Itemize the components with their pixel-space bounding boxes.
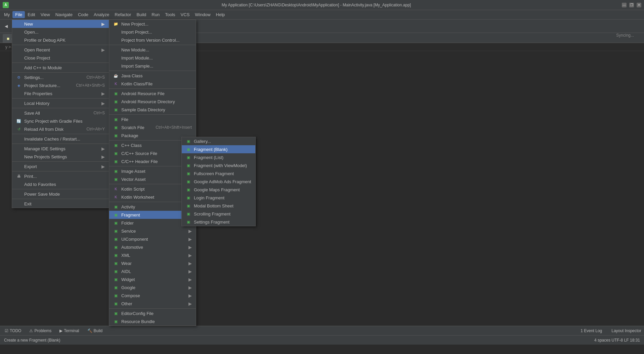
restore-button[interactable]: ❐: [629, 3, 634, 7]
new-new-module[interactable]: New Module...: [109, 46, 196, 54]
bottom-tab-todo[interactable]: ☑ TODO: [3, 328, 23, 334]
new-other[interactable]: ▣ Other ▶: [109, 300, 196, 308]
menu-analyze[interactable]: Analyze: [91, 11, 112, 18]
layout-inspector-button[interactable]: Layout Inspector: [611, 328, 641, 333]
google-icon: ▣: [113, 285, 119, 290]
file-icon: ▣: [113, 117, 119, 122]
file-menu-export[interactable]: Export ▶: [12, 162, 109, 170]
menu-navigate[interactable]: Navigate: [53, 11, 75, 18]
file-menu-add-favorites[interactable]: Add to Favorites: [12, 180, 109, 188]
file-menu-settings[interactable]: ⚙ Settings... Ctrl+Alt+S: [12, 73, 109, 81]
file-menu-local-history[interactable]: Local History ▶: [12, 99, 109, 107]
file-menu-power-save[interactable]: Power Save Mode: [12, 190, 109, 198]
new-uicomponent[interactable]: ▣ UiComponent ▶: [109, 235, 196, 243]
fragment-blank[interactable]: ▣ Fragment (Blank): [182, 145, 255, 153]
cpp-source-icon: ▣: [113, 151, 119, 156]
bottom-tab-terminal[interactable]: ▶ Terminal: [57, 328, 81, 334]
file-menu-new-projects-settings[interactable]: New Projects Settings ▶: [12, 153, 109, 161]
xml-icon: ◼: [7, 37, 9, 40]
fragment-scrolling[interactable]: ▣ Scrolling Fragment: [182, 210, 255, 218]
menu-my[interactable]: My: [1, 11, 12, 18]
fragment-gallery[interactable]: ▣ Gallery...: [182, 137, 255, 145]
new-wear[interactable]: ▣ Wear ▶: [109, 259, 196, 267]
menu-file[interactable]: File: [12, 11, 25, 18]
file-menu-profile-apk[interactable]: Profile or Debug APK: [12, 36, 109, 44]
file-menu-project-structure[interactable]: ◈ Project Structure... Ctrl+Alt+Shift+S: [12, 81, 109, 89]
window-controls[interactable]: — ❐ ✕: [622, 3, 641, 7]
new-android-resource-file[interactable]: ▣ Android Resource File: [109, 89, 196, 97]
file-menu-open-recent[interactable]: Open Recent ▶: [12, 46, 109, 54]
new-import-sample[interactable]: Import Sample...: [109, 62, 196, 70]
new-xml[interactable]: ▣ XML ▶: [109, 251, 196, 259]
file-menu-sync-gradle[interactable]: 🔄 Sync Project with Gradle Files: [12, 117, 109, 125]
window-title: My Application [C:\Users\ZHANG\Desktop\A…: [11, 3, 622, 7]
menu-refactor[interactable]: Refactor: [112, 11, 134, 18]
fragment-fullscreen[interactable]: ▣ Fullscreen Fragment: [182, 169, 255, 178]
new-aidl[interactable]: ▣ AIDL ▶: [109, 267, 196, 275]
file-menu-manage-ide[interactable]: Manage IDE Settings ▶: [12, 145, 109, 153]
fragment-modal-bottom[interactable]: ▣ Modal Bottom Sheet: [182, 202, 255, 210]
fragment-viewmodel[interactable]: ▣ Fragment (with ViewModel): [182, 161, 255, 169]
fragment-login[interactable]: ▣ Login Fragment: [182, 194, 255, 202]
resource-bundle-icon: ▣: [113, 319, 119, 324]
new-kotlin-class[interactable]: K Kotlin Class/File: [109, 80, 196, 88]
menu-vcs[interactable]: VCS: [178, 11, 192, 18]
menu-edit[interactable]: Edit: [25, 11, 38, 18]
terminal-label: Terminal: [64, 328, 79, 333]
file-menu-save-all[interactable]: Save All Ctrl+S: [12, 109, 109, 117]
bottom-tab-problems[interactable]: ⚠ Problems: [27, 328, 53, 334]
close-proj-icon: [16, 55, 22, 61]
new-file[interactable]: ▣ File: [109, 115, 196, 123]
sample-data-icon: ▣: [113, 107, 119, 112]
file-props-icon: [16, 91, 22, 96]
minimize-button[interactable]: —: [622, 3, 627, 7]
import-project-icon: [113, 29, 119, 35]
favorites-icon: [16, 182, 22, 187]
new-automotive[interactable]: ▣ Automotive ▶: [109, 243, 196, 251]
breadcrumb-text: y >: [5, 45, 11, 49]
event-log-button[interactable]: 1 Event Log: [581, 328, 602, 333]
new-new-project[interactable]: 📁 New Project...: [109, 20, 196, 28]
new-scratch-file[interactable]: ▣ Scratch File Ctrl+Alt+Shift+Insert: [109, 123, 196, 131]
new-editorconfig[interactable]: ▣ EditorConfig File: [109, 309, 196, 317]
import-module-icon: [113, 55, 119, 61]
menu-view[interactable]: View: [38, 11, 53, 18]
new-proj-settings-icon: [16, 154, 22, 159]
menu-build[interactable]: Build: [134, 11, 149, 18]
fragment-list[interactable]: ▣ Fragment (List): [182, 153, 255, 161]
menu-help[interactable]: Help: [213, 11, 228, 18]
new-java-class[interactable]: ☕ Java Class: [109, 72, 196, 80]
new-sample-data-dir[interactable]: ▣ Sample Data Directory: [109, 106, 196, 114]
menu-code[interactable]: Code: [75, 11, 91, 18]
file-menu-dropdown: New ▶ Open... Profile or Debug APK Open …: [12, 19, 109, 208]
fragment-maps[interactable]: ▣ Google Maps Fragment: [182, 186, 255, 194]
new-google[interactable]: ▣ Google ▶: [109, 283, 196, 291]
close-button[interactable]: ✕: [637, 3, 641, 7]
new-project-from-vcs[interactable]: Project from Version Control...: [109, 36, 196, 44]
file-menu-file-properties[interactable]: File Properties ▶: [12, 89, 109, 97]
menu-tools[interactable]: Tools: [162, 11, 178, 18]
new-import-module[interactable]: Import Module...: [109, 54, 196, 62]
new-compose[interactable]: ▣ Compose ▶: [109, 291, 196, 300]
file-menu-open[interactable]: Open...: [12, 28, 109, 36]
file-menu-print[interactable]: 🖶 Print...: [12, 172, 109, 180]
bottom-tab-build[interactable]: 🔨 Build: [85, 328, 105, 334]
toolbar-back-button[interactable]: ◀: [3, 23, 10, 29]
file-menu-exit[interactable]: Exit: [12, 200, 109, 208]
fragment-settings[interactable]: ▣ Settings Fragment: [182, 218, 255, 226]
new-android-resource-dir[interactable]: ▣ Android Resource Directory: [109, 97, 196, 106]
vcs-icon: [113, 37, 119, 43]
menu-run[interactable]: Run: [149, 11, 162, 18]
file-menu-invalidate-caches[interactable]: Invalidate Caches / Restart...: [12, 135, 109, 143]
file-menu-new[interactable]: New ▶: [12, 20, 109, 28]
new-import-project[interactable]: Import Project...: [109, 28, 196, 36]
new-widget[interactable]: ▣ Widget ▶: [109, 275, 196, 283]
file-sep-8: [12, 161, 109, 162]
menu-window[interactable]: Window: [192, 11, 213, 18]
fragment-admob[interactable]: ▣ Google AdMob Ads Fragment: [182, 178, 255, 186]
file-menu-reload[interactable]: ↺ Reload All from Disk Ctrl+Alt+Y: [12, 125, 109, 133]
new-service[interactable]: ▣ Service ▶: [109, 227, 196, 235]
new-resource-bundle[interactable]: ▣ Resource Bundle: [109, 317, 196, 325]
file-menu-add-cpp[interactable]: Add C++ to Module: [12, 64, 109, 72]
file-menu-close-project[interactable]: Close Project: [12, 54, 109, 62]
